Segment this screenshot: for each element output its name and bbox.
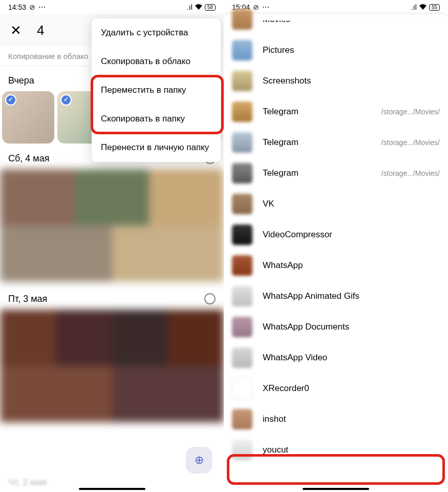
folder-path: /storage.../Movies/ — [381, 138, 440, 147]
zoom-in-icon: ⊕ — [195, 454, 204, 467]
folder-name: inshot — [263, 414, 440, 424]
menu-delete-device[interactable]: Удалить с устройства — [92, 18, 221, 47]
folder-name: VideoCompressor — [263, 230, 440, 240]
folder-thumb — [232, 440, 252, 460]
folder-row-pictures[interactable]: Pictures — [224, 35, 448, 66]
folder-row-whatsapp-gifs[interactable]: WhatsApp Animated Gifs — [224, 281, 448, 312]
folder-name: WhatsApp Documents — [263, 322, 440, 332]
folder-name: Telegram — [263, 107, 381, 117]
more-icon — [262, 3, 269, 11]
sheet-handle — [224, 14, 448, 20]
folder-path: /storage.../Movies/ — [381, 108, 440, 116]
photo-thumb[interactable] — [2, 91, 54, 144]
signal-icon: .ıl — [187, 3, 193, 11]
folder-name: Pictures — [263, 45, 440, 55]
folder-row-vk[interactable]: VK — [224, 189, 448, 219]
more-icon — [38, 3, 46, 11]
home-indicator[interactable] — [79, 488, 145, 490]
folder-list[interactable]: Movies Pictures Screenshots Telegram/sto… — [224, 4, 448, 465]
folder-thumb — [232, 71, 252, 91]
folder-thumb — [232, 347, 252, 368]
battery-icon: 55 — [429, 4, 440, 11]
date-label: Вчера — [8, 75, 34, 86]
folder-path: /storage.../Movies/ — [381, 169, 440, 177]
folder-row-whatsapp-video[interactable]: WhatsApp Video — [224, 342, 448, 373]
menu-copy-cloud[interactable]: Скопировать в облако — [92, 47, 221, 76]
date-label: Пт, 3 мая — [8, 294, 47, 304]
folder-row-whatsapp[interactable]: WhatsApp — [224, 250, 448, 281]
menu-move-folder[interactable]: Переместить в папку — [92, 76, 221, 105]
folder-name: WhatsApp Video — [263, 353, 440, 363]
status-bar: 14:53 ⊘ .ıl 58 — [0, 0, 224, 14]
screenshot-right: 15:04 ⊘ .ıl 55 Movies Pictures Screensho… — [224, 0, 448, 492]
photo-block[interactable] — [0, 310, 224, 422]
folder-row-telegram[interactable]: Telegram/storage.../Movies/ — [224, 96, 448, 127]
folder-name: Telegram — [263, 137, 381, 148]
zoom-fab[interactable]: ⊕ — [186, 447, 212, 474]
folder-row-whatsapp-docs[interactable]: WhatsApp Documents — [224, 312, 448, 342]
menu-move-personal[interactable]: Перенести в личную папку — [92, 133, 221, 162]
wifi-icon — [419, 3, 427, 11]
photo-block[interactable] — [0, 169, 224, 282]
check-icon — [60, 94, 72, 106]
date-header-fri[interactable]: Пт, 3 мая — [0, 284, 224, 310]
folder-thumb — [232, 317, 252, 337]
folder-name: XRecorder0 — [263, 383, 440, 394]
folder-name: Screenshots — [263, 76, 440, 86]
status-time: 14:53 — [8, 3, 26, 11]
folder-name: VK — [263, 199, 440, 209]
folder-row-telegram[interactable]: Telegram/storage.../Movies/ — [224, 158, 448, 189]
folder-row-screenshots[interactable]: Screenshots — [224, 66, 448, 96]
folder-name: Telegram — [263, 168, 381, 178]
date-header-cut: Чт, 2 мая — [8, 477, 47, 488]
folder-thumb — [232, 163, 252, 183]
select-all-radio[interactable] — [204, 293, 216, 304]
alarm-icon: ⊘ — [253, 3, 259, 11]
folder-name: WhatsApp Animated Gifs — [263, 291, 440, 301]
folder-thumb — [232, 224, 252, 245]
menu-copy-folder[interactable]: Скопировать в папку — [92, 105, 221, 133]
folder-name: WhatsApp — [263, 260, 440, 271]
selection-count: 4 — [37, 23, 44, 38]
date-label: Сб, 4 мая — [8, 153, 49, 164]
screenshot-left: 14:53 ⊘ .ıl 58 ✕ 4 Копирование в облако … — [0, 0, 224, 492]
check-icon — [5, 94, 16, 106]
home-indicator[interactable] — [303, 488, 369, 490]
folder-thumb — [232, 409, 252, 429]
alarm-icon: ⊘ — [29, 3, 35, 11]
folder-thumb — [232, 378, 252, 399]
folder-row-telegram[interactable]: Telegram/storage.../Movies/ — [224, 127, 448, 158]
folder-row-videocompressor[interactable]: VideoCompressor — [224, 219, 448, 250]
folder-thumb — [232, 286, 252, 306]
close-icon[interactable]: ✕ — [10, 23, 22, 38]
folder-name: youcut — [263, 445, 440, 455]
folder-thumb — [232, 194, 252, 214]
folder-thumb — [232, 9, 252, 30]
folder-row-xrecorder[interactable]: XRecorder0 — [224, 373, 448, 404]
folder-thumb — [232, 132, 252, 153]
wifi-icon — [195, 3, 203, 11]
folder-row-inshot[interactable]: inshot — [224, 404, 448, 435]
folder-thumb — [232, 101, 252, 122]
signal-icon: .ıl — [411, 3, 417, 11]
folder-row-youcut[interactable]: youcut — [224, 435, 448, 465]
battery-icon: 58 — [205, 4, 216, 11]
folder-thumb — [232, 255, 252, 276]
context-menu: Удалить с устройства Скопировать в облак… — [92, 18, 221, 162]
folder-thumb — [232, 40, 252, 60]
